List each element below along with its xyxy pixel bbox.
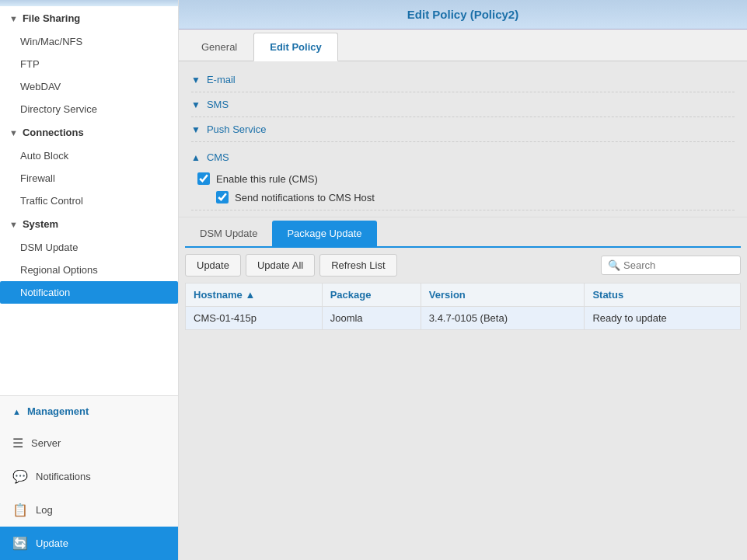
- sidebar-item-firewall[interactable]: Firewall: [0, 167, 178, 190]
- cell-version: 3.4.7-0105 (Beta): [421, 307, 585, 330]
- sms-label: SMS: [207, 99, 229, 110]
- top-header: Edit Policy (Policy2): [179, 0, 747, 30]
- file-sharing-items: Win/Mac/NFS FTP WebDAV Directory Service: [0, 30, 178, 120]
- tab-general[interactable]: General: [185, 33, 253, 61]
- nav-management-header[interactable]: ▲ Management: [0, 396, 178, 426]
- search-box: 🔍: [601, 256, 741, 275]
- package-table: Hostname ▲ Package Version Status CMS-01…: [185, 283, 741, 330]
- log-icon: 📋: [12, 503, 28, 517]
- sidebar-item-webdav[interactable]: WebDAV: [0, 75, 178, 98]
- cell-hostname: CMS-01-415p: [186, 307, 323, 330]
- cell-package: Joomla: [322, 307, 421, 330]
- notifications-icon: 💬: [12, 469, 28, 484]
- nav-server[interactable]: ☰ Server: [0, 426, 178, 460]
- update-icon: 🔄: [12, 536, 28, 551]
- sidebar-item-auto-block[interactable]: Auto Block: [0, 144, 178, 167]
- nav-notifications-label: Notifications: [36, 471, 91, 482]
- cms-section: ▲ CMS Enable this rule (CMS) Send notifi…: [191, 142, 735, 210]
- connections-label: Connections: [23, 127, 84, 138]
- nav-update-label: Update: [36, 537, 68, 549]
- left-column: ▼ File Sharing Win/Mac/NFS FTP WebDAV Di…: [0, 0, 179, 560]
- sub-tab-dsm-update[interactable]: DSM Update: [185, 221, 272, 246]
- toolbar: Update Update All Refresh List 🔍: [185, 254, 741, 277]
- notification-section: ▼ E-mail ▼ SMS ▼ Push Service ▲ CMS: [179, 61, 747, 217]
- cms-arrow-icon: ▲: [191, 152, 201, 163]
- push-service-arrow-icon: ▼: [191, 124, 201, 135]
- tab-edit-policy[interactable]: Edit Policy: [253, 33, 337, 61]
- search-input[interactable]: [623, 259, 734, 271]
- enable-rule-row: Enable this rule (CMS): [191, 169, 735, 188]
- file-sharing-label: File Sharing: [23, 12, 80, 24]
- sub-tabs-row: DSM Update Package Update: [185, 221, 741, 248]
- sidebar-item-directory-service[interactable]: Directory Service: [0, 98, 178, 120]
- refresh-list-button[interactable]: Refresh List: [319, 254, 396, 277]
- nav-server-label: Server: [31, 437, 61, 449]
- server-icon: ☰: [12, 436, 23, 450]
- col-status[interactable]: Status: [585, 283, 741, 307]
- bottom-nav: ▲ Management ☰ Server 💬 Notifications 📋 …: [0, 395, 178, 560]
- management-expand-icon: ▲: [12, 407, 21, 416]
- sms-arrow-icon: ▼: [191, 99, 201, 110]
- sidebar-item-ftp[interactable]: FTP: [0, 53, 178, 75]
- enable-rule-label: Enable this rule (CMS): [216, 173, 318, 185]
- send-notifications-label: Send notifications to CMS Host: [235, 192, 375, 203]
- app-wrapper: ▼ File Sharing Win/Mac/NFS FTP WebDAV Di…: [0, 0, 747, 560]
- sidebar-section-system[interactable]: ▼ System: [0, 212, 178, 236]
- nav-notifications[interactable]: 💬 Notifications: [0, 460, 178, 493]
- system-arrow: ▼: [9, 220, 18, 229]
- sub-tab-package-update[interactable]: Package Update: [272, 221, 376, 246]
- tabs-row: General Edit Policy: [179, 30, 747, 61]
- file-sharing-arrow: ▼: [9, 14, 18, 23]
- nav-management-label: Management: [27, 405, 89, 417]
- right-column: Edit Policy (Policy2) General Edit Polic…: [179, 0, 747, 560]
- top-gradient-bar: [0, 0, 178, 6]
- page-title: Edit Policy (Policy2): [407, 8, 518, 21]
- update-all-button[interactable]: Update All: [246, 254, 315, 277]
- col-hostname[interactable]: Hostname ▲: [186, 283, 323, 307]
- table-row: CMS-01-415p Joomla 3.4.7-0105 (Beta) Rea…: [186, 307, 741, 330]
- cell-status: Ready to update: [585, 307, 741, 330]
- collapsible-push-service[interactable]: ▼ Push Service: [191, 117, 735, 142]
- connections-arrow: ▼: [9, 128, 18, 137]
- cms-label: CMS: [207, 151, 229, 163]
- search-icon: 🔍: [608, 259, 620, 271]
- sidebar-item-notification[interactable]: Notification: [0, 281, 178, 304]
- email-label: E-mail: [207, 74, 236, 85]
- sidebar-item-traffic-control[interactable]: Traffic Control: [0, 190, 178, 212]
- table-container: Hostname ▲ Package Version Status CMS-01…: [185, 283, 741, 554]
- enable-rule-checkbox[interactable]: [197, 172, 210, 185]
- collapsible-sms[interactable]: ▼ SMS: [191, 92, 735, 117]
- nav-log[interactable]: 📋 Log: [0, 493, 178, 527]
- send-notifications-row: Send notifications to CMS Host: [191, 188, 735, 207]
- update-button[interactable]: Update: [185, 254, 241, 277]
- sidebar-section-file-sharing[interactable]: ▼ File Sharing: [0, 6, 178, 30]
- sidebar-item-dsm-update[interactable]: DSM Update: [0, 236, 178, 259]
- sidebar-item-win-mac-nfs[interactable]: Win/Mac/NFS: [0, 30, 178, 53]
- cms-title[interactable]: ▲ CMS: [191, 148, 735, 169]
- collapsible-email[interactable]: ▼ E-mail: [191, 68, 735, 92]
- col-version[interactable]: Version: [421, 283, 585, 307]
- sidebar-section-connections[interactable]: ▼ Connections: [0, 120, 178, 144]
- email-arrow-icon: ▼: [191, 75, 201, 85]
- sidebar: ▼ File Sharing Win/Mac/NFS FTP WebDAV Di…: [0, 6, 179, 395]
- connections-items: Auto Block Firewall Traffic Control: [0, 144, 178, 212]
- sidebar-item-regional-options[interactable]: Regional Options: [0, 259, 178, 281]
- package-section: DSM Update Package Update Update Update …: [179, 217, 747, 560]
- system-label: System: [23, 218, 58, 230]
- send-notifications-checkbox[interactable]: [216, 191, 229, 203]
- system-items: DSM Update Regional Options Notification: [0, 236, 178, 304]
- push-service-label: Push Service: [207, 123, 267, 135]
- nav-log-label: Log: [36, 504, 53, 516]
- col-package[interactable]: Package: [322, 283, 421, 307]
- nav-update[interactable]: 🔄 Update: [0, 527, 178, 560]
